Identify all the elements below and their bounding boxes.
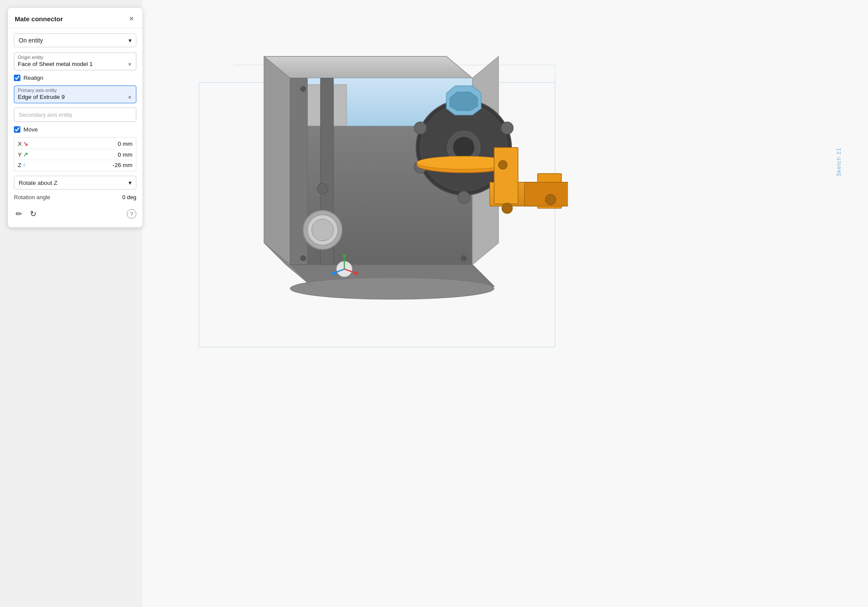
x-axis-value[interactable]: 0 mm [118, 141, 132, 147]
svg-point-24 [300, 256, 306, 261]
z-axis-value[interactable]: -26 mm [112, 162, 132, 168]
rotate-button[interactable]: ↻ [28, 207, 38, 220]
svg-point-15 [312, 219, 333, 241]
help-button[interactable]: ? [127, 209, 136, 219]
move-checkbox[interactable] [14, 126, 20, 133]
secondary-axis-placeholder: Secondary axis entity [19, 112, 73, 118]
svg-point-22 [300, 86, 306, 92]
svg-point-19 [290, 278, 494, 299]
rotation-angle-label: Rotation angle [14, 194, 50, 200]
x-arrow-icon: ↘ [23, 140, 28, 147]
z-arrow-icon: ↑ [23, 162, 26, 168]
origin-entity-field[interactable]: Origin entity Face of Sheet metal model … [14, 52, 136, 70]
sketch-label: Sketch 21 [835, 148, 842, 177]
svg-rect-41 [494, 148, 518, 204]
primary-axis-value-row: Edge of Extrude 9 × [18, 94, 132, 100]
primary-axis-field[interactable]: Primary axis entity Edge of Extrude 9 × [14, 85, 136, 103]
svg-point-51 [343, 254, 346, 258]
panel-title: Mate connector [15, 15, 63, 23]
origin-entity-value-row: Face of Sheet metal model 1 × [18, 61, 132, 67]
3d-model-svg [177, 22, 568, 360]
primary-axis-clear[interactable]: × [127, 94, 132, 100]
origin-entity-clear[interactable]: × [127, 61, 132, 67]
svg-point-44 [502, 203, 512, 213]
y-axis-row: Y ↗ 0 mm [18, 149, 132, 160]
pen-button[interactable]: ✏ [14, 207, 24, 220]
axes-values-wrapper: X ↘ 0 mm Y ↗ 0 mm Z ↑ -26 mm [14, 137, 136, 171]
panel-body: On entity ▾ Origin entity Face of Sheet … [8, 28, 142, 220]
origin-entity-label: Origin entity [18, 55, 132, 60]
svg-point-16 [317, 184, 328, 194]
svg-marker-7 [264, 56, 290, 265]
rotate-label: Rotate about Z [19, 180, 57, 186]
rotation-angle-value[interactable]: 0 deg [122, 194, 136, 200]
y-axis-label: Y ↗ [18, 151, 31, 158]
svg-point-33 [414, 122, 426, 134]
close-button[interactable]: × [127, 14, 135, 23]
y-arrow-icon: ↗ [23, 151, 28, 158]
svg-point-46 [498, 161, 507, 169]
rotation-angle-row: Rotation angle 0 deg [14, 194, 136, 200]
svg-point-25 [461, 256, 466, 261]
entity-type-label: On entity [19, 37, 43, 44]
svg-point-53 [332, 272, 335, 275]
move-label[interactable]: Move [23, 126, 38, 133]
svg-marker-37 [450, 92, 478, 111]
move-row: Move [14, 126, 136, 133]
entity-type-dropdown[interactable]: On entity ▾ [14, 33, 136, 47]
y-axis-value[interactable]: 0 mm [118, 151, 132, 158]
mate-connector-panel: Mate connector × On entity ▾ Origin enti… [8, 8, 142, 227]
rotate-icon: ↻ [30, 209, 36, 219]
viewport: Sketch 21 [142, 0, 868, 607]
svg-point-35 [453, 137, 475, 158]
secondary-axis-field[interactable]: Secondary axis entity [14, 108, 136, 122]
rotate-arrow: ▾ [129, 179, 132, 186]
svg-point-45 [545, 194, 556, 205]
realign-label[interactable]: Realign [23, 75, 43, 81]
primary-axis-label: Primary axis entity [18, 88, 132, 93]
origin-entity-value: Face of Sheet metal model 1 [18, 61, 93, 67]
z-axis-row: Z ↑ -26 mm [18, 160, 132, 170]
x-axis-label: X ↘ [18, 140, 31, 147]
x-axis-row: X ↘ 0 mm [18, 138, 132, 149]
pen-icon: ✏ [16, 209, 22, 219]
svg-marker-6 [264, 56, 472, 78]
panel-header: Mate connector × [8, 8, 142, 28]
z-axis-label: Z ↑ [18, 162, 31, 168]
svg-point-31 [458, 191, 470, 203]
icon-buttons-row: ✏ ↻ ? [14, 206, 136, 220]
realign-checkbox[interactable] [14, 75, 20, 81]
svg-point-49 [355, 272, 358, 275]
entity-type-arrow: ▾ [129, 37, 132, 44]
primary-axis-value: Edge of Extrude 9 [18, 94, 65, 100]
realign-row: Realign [14, 75, 136, 81]
svg-point-29 [501, 122, 513, 134]
rotate-dropdown[interactable]: Rotate about Z ▾ [14, 176, 136, 190]
